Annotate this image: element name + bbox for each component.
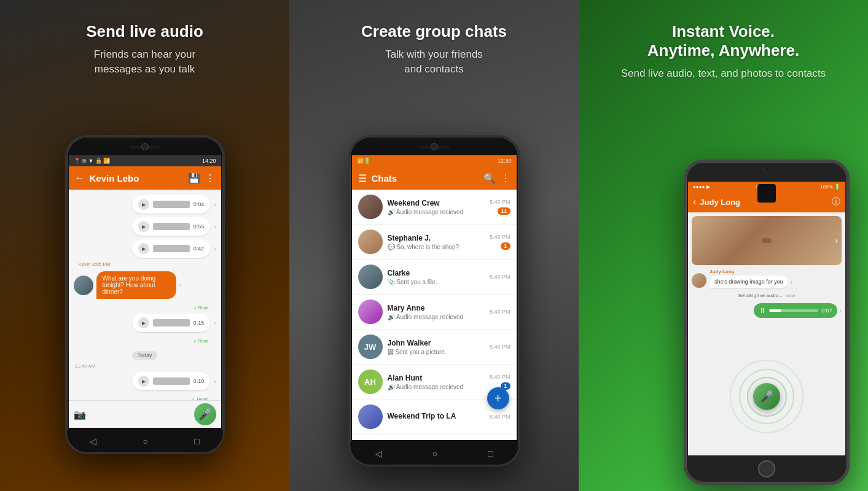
- audio-msg-3[interactable]: ▶ 0:42: [132, 239, 211, 258]
- chat-header-left: ← Kevin Lebo 💾 ⋮: [69, 166, 221, 190]
- chat-info-maryanne: Mary Anne 🔊 Audio message recieved: [388, 304, 485, 320]
- chat-name-weekend-trip: Weekend Trip to LA: [388, 412, 485, 420]
- chat-name-weekend: Weekend Crew: [388, 199, 485, 207]
- waveform-5: [153, 377, 190, 385]
- time-stephanie: 5:40 PM: [490, 234, 510, 240]
- list-item[interactable]: JW John Walker 🖼 Sent you a picture. 5:4…: [352, 330, 517, 365]
- audio-msg-4[interactable]: ▶ 0:15: [132, 314, 211, 332]
- msg-1: ▶ 0:04 ›: [69, 193, 221, 215]
- status-time-left: 14:20: [202, 158, 216, 164]
- photo-chevron[interactable]: ›: [835, 236, 838, 246]
- sender-avatar: [74, 276, 93, 295]
- nav-back[interactable]: ◁: [90, 436, 96, 446]
- middle-time: 12:30: [498, 158, 512, 164]
- save-icon[interactable]: 💾: [188, 172, 200, 184]
- time-weekend: 5:40 PM: [490, 199, 510, 205]
- play-btn-2[interactable]: ▶: [138, 221, 149, 232]
- chat-meta-clarke: 5:40 PM: [490, 274, 510, 280]
- android-nav-middle: ◁ ○ □: [350, 443, 518, 465]
- live-time-label: now: [786, 293, 796, 298]
- play-btn-3[interactable]: ▶: [138, 243, 149, 254]
- audio-msg-1[interactable]: ▶ 0:04: [132, 195, 211, 214]
- status-bar-left: 📍 ◎ ▼ 🔒 📶 14:20: [69, 155, 221, 166]
- msg-5: ▶ 0:10 ›: [69, 370, 221, 392]
- chat-name-alan: Alan Hunt: [388, 374, 485, 382]
- android-phone-left: 📍 ◎ ▼ 🔒 📶 14:20 ← Kevin Lebo 💾 ⋮: [65, 135, 225, 454]
- chevron-6: ›: [214, 378, 216, 385]
- iphone-camera: [764, 167, 769, 172]
- left-subtitle: Friends can hear yourmessages as you tal…: [82, 47, 208, 77]
- middle-title: Create group chats: [361, 22, 507, 41]
- play-btn-5[interactable]: ▶: [138, 376, 149, 387]
- more-icon-left[interactable]: ⋮: [205, 172, 215, 184]
- record-ripples: 🎤: [730, 360, 803, 433]
- pause-btn-iphone[interactable]: ⏸: [759, 306, 766, 315]
- read-label: ✓ Read: [194, 306, 209, 310]
- read-label-2: ✓ Read: [194, 339, 209, 343]
- iphone-progress-fill: [769, 309, 781, 312]
- chevron-5: ›: [214, 320, 216, 327]
- today-label: Today: [132, 351, 157, 360]
- time-11am: 11:40 AM: [69, 363, 221, 369]
- search-icon[interactable]: 🔍: [483, 172, 496, 184]
- list-item[interactable]: Stephanie J. 💬 So, where is the shop? 5:…: [352, 225, 517, 260]
- right-title: Instant Voice.Anytime, Anywhere.: [647, 22, 800, 60]
- iphone-home-button[interactable]: [758, 460, 775, 477]
- chevron-2: ›: [214, 223, 216, 230]
- audio-msg-2[interactable]: ▶ 0:55: [132, 217, 211, 236]
- chat-info-alan: Alan Hunt 🔊 Audio message recieved: [388, 374, 485, 390]
- nav-back-middle[interactable]: ◁: [375, 449, 382, 458]
- msg-4: ▶ 0:15 ›: [69, 312, 221, 334]
- play-btn-4[interactable]: ▶: [138, 317, 149, 328]
- back-icon[interactable]: ←: [75, 172, 85, 184]
- iphone-back-icon[interactable]: ‹: [693, 196, 696, 207]
- chats-title: Chats: [372, 173, 479, 184]
- signal-icons: 📶🔋: [357, 158, 370, 164]
- duration-2: 0:55: [194, 223, 205, 230]
- chat-preview-stephanie: 💬 So, where is the shop?: [388, 244, 485, 250]
- chat-meta-weekend-trip: 5:40 PM: [490, 414, 510, 420]
- left-panel: Send live audio Friends can hear yourmes…: [0, 0, 289, 491]
- chat-info-john: John Walker 🖼 Sent you a picture.: [388, 339, 485, 355]
- phone-camera-left: [141, 143, 149, 150]
- menu-icon[interactable]: ☰: [358, 172, 367, 184]
- audio-msg-5[interactable]: ▶ 0:10: [132, 372, 211, 390]
- fab-button[interactable]: +: [487, 387, 509, 409]
- play-btn-1[interactable]: ▶: [138, 199, 149, 210]
- camera-icon[interactable]: 📷: [74, 409, 86, 420]
- more-icon-middle[interactable]: ⋮: [501, 172, 510, 184]
- chat-info-clarke: Clarke 📎 Sent you a file.: [388, 269, 485, 285]
- chat-name-john: John Walker: [388, 339, 485, 347]
- chats-header: ☰ Chats 🔍 ⋮: [352, 166, 517, 190]
- list-item[interactable]: Weekend Crew 🔊 Audio message recieved 5:…: [352, 190, 517, 225]
- chevron-3: ›: [214, 246, 216, 252]
- right-subtitle: Send live audio, text, and photos to con…: [609, 66, 839, 81]
- iphone-info-icon[interactable]: ⓘ: [832, 196, 840, 207]
- msg-text-bubble: What are you doing tonight? How about di…: [96, 271, 176, 299]
- chat-info-stephanie: Stephanie J. 💬 So, where is the shop?: [388, 234, 485, 250]
- chat-name-stephanie: Stephanie J.: [388, 234, 485, 242]
- nav-home-middle[interactable]: ○: [432, 449, 437, 458]
- duration-1: 0:04: [194, 201, 205, 207]
- msg-row-incoming: Judy Long she's drawing image for you ›: [692, 269, 842, 288]
- nav-home[interactable]: ○: [143, 436, 148, 446]
- list-item[interactable]: Mary Anne 🔊 Audio message recieved 5:40 …: [352, 295, 517, 330]
- nav-recents[interactable]: □: [194, 436, 199, 446]
- nav-recents-middle[interactable]: □: [488, 449, 493, 458]
- chat-info-weekend: Weekend Crew 🔊 Audio message recieved: [388, 199, 485, 215]
- chat-messages-left: ▶ 0:04 › ▶ 0:55 ›: [69, 190, 221, 400]
- bottom-toolbar: 📷 🎤: [69, 400, 221, 428]
- live-audio-green-bubble[interactable]: ⏸ 0:07: [754, 303, 837, 318]
- left-title: Send live audio: [86, 22, 203, 41]
- waveform-3: [153, 245, 190, 252]
- duration-5: 0:10: [194, 378, 205, 384]
- list-item[interactable]: Clarke 📎 Sent you a file. 5:40 PM: [352, 260, 517, 295]
- middle-panel: Create group chats Talk with your friend…: [289, 0, 579, 491]
- time-clarke: 5:40 PM: [490, 274, 510, 280]
- chat-meta-stephanie: 5:40 PM 1: [490, 234, 510, 250]
- chat-name-clarke: Clarke: [388, 269, 485, 277]
- ring-3: [747, 377, 787, 417]
- iphone-duration: 0:07: [821, 307, 832, 314]
- right-panel: Instant Voice.Anytime, Anywhere. Send li…: [579, 0, 868, 491]
- mic-button[interactable]: 🎤: [194, 403, 216, 425]
